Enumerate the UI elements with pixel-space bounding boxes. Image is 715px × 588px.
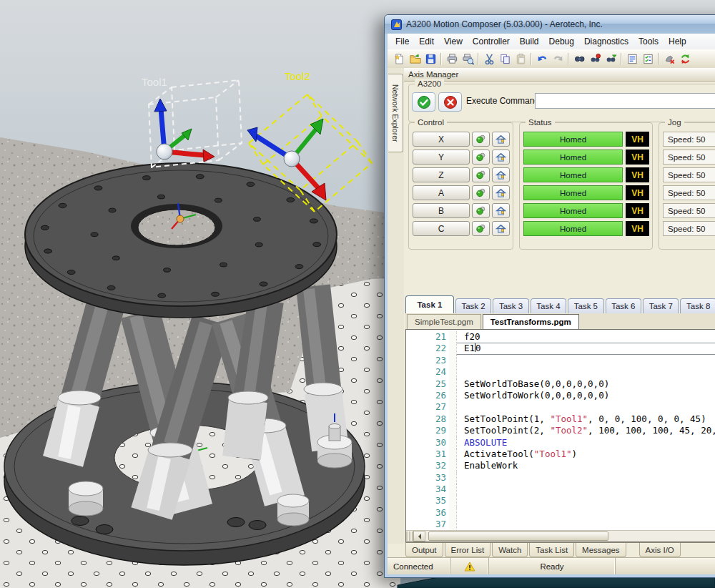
bottom-tab-messages[interactable]: Messages <box>576 543 626 557</box>
home-axis-button-c[interactable] <box>492 221 510 236</box>
code-editor[interactable]: 21f2022E10232425SetWorldToBase(0,0,0,0,0… <box>405 329 715 542</box>
axis-button-x[interactable]: X <box>413 132 470 147</box>
task-tab-task-8[interactable]: Task 8 <box>680 298 715 313</box>
jog-speed-a[interactable]: Speed: 50 <box>663 185 715 200</box>
find-replace-icon[interactable] <box>587 52 603 66</box>
menu-item-help[interactable]: Help <box>664 34 691 49</box>
scrollbar-thumb[interactable] <box>428 531 608 541</box>
jog-speed-c[interactable]: Speed: 50 <box>663 221 715 236</box>
bottom-tab-task-list[interactable]: Task List <box>529 543 574 557</box>
cut-icon[interactable] <box>481 52 497 66</box>
find-symbol-icon[interactable] <box>603 52 618 66</box>
code-line[interactable]: 33 <box>406 472 715 484</box>
code-line[interactable]: 29SetToolPoint(2, "Tool2", 100, 100, 100… <box>406 425 715 436</box>
code-line[interactable]: 26SetWorldToWork(0,0,0,0,0,0) <box>406 390 715 401</box>
enable-axis-button-a[interactable] <box>472 185 490 200</box>
task-tab-task-1[interactable]: Task 1 <box>405 295 454 313</box>
home-axis-button-b[interactable] <box>492 203 510 218</box>
code-line[interactable]: 22E10 <box>406 343 715 354</box>
code-line[interactable]: 35 <box>406 495 715 506</box>
axis-button-y[interactable]: Y <box>413 150 470 165</box>
title-bar[interactable]: A3200 Motion Composer (5.03.000) - Aerot… <box>385 15 715 34</box>
axis-button-c[interactable]: C <box>413 221 470 236</box>
reset-controller-icon[interactable] <box>677 52 693 66</box>
execute-command-button[interactable] <box>412 92 435 112</box>
output-window-icon[interactable] <box>624 52 640 66</box>
code-line[interactable]: 23 <box>406 355 715 366</box>
status-row-a: HomedVH <box>523 185 649 200</box>
code-line[interactable]: 24 <box>406 366 715 378</box>
bottom-tab-axis-i-o[interactable]: Axis I/O <box>639 543 681 557</box>
bottom-tab-error-list[interactable]: Error List <box>445 543 491 557</box>
undo-icon[interactable] <box>534 52 550 66</box>
enable-axis-button-x[interactable] <box>472 132 490 147</box>
bottom-tab-watch[interactable]: Watch <box>492 543 528 557</box>
jog-speed-z[interactable]: Speed: 50 <box>663 167 715 182</box>
enable-axis-button-z[interactable] <box>472 167 490 182</box>
save-icon[interactable] <box>423 52 438 66</box>
task-list-icon[interactable] <box>640 52 656 66</box>
enable-axis-button-b[interactable] <box>472 203 490 218</box>
bottom-tab-output[interactable]: Output <box>405 543 443 557</box>
home-axis-button-y[interactable] <box>492 150 510 165</box>
code-line[interactable]: 37 <box>406 519 715 530</box>
copy-icon[interactable] <box>497 52 513 66</box>
jog-speed-b[interactable]: Speed: 50 <box>663 203 715 218</box>
menu-item-tools[interactable]: Tools <box>633 34 664 49</box>
splitter-grip[interactable] <box>406 531 413 541</box>
axis-status-b: Homed <box>523 203 623 218</box>
new-file-icon[interactable] <box>391 52 407 66</box>
print-icon[interactable] <box>444 52 460 66</box>
axis-button-b[interactable]: B <box>413 203 470 218</box>
code-line[interactable]: 30ABSOLUTE <box>406 437 715 449</box>
file-tab-testtransforms-pgm[interactable]: TestTransforms.pgm <box>483 314 579 329</box>
code-line[interactable]: 32EnableWork <box>406 460 715 471</box>
open-file-icon[interactable] <box>407 52 423 66</box>
code-line[interactable]: 27 <box>406 401 715 413</box>
home-axis-button-x[interactable] <box>492 132 510 147</box>
jog-speed-y[interactable]: Speed: 50 <box>663 150 715 165</box>
editor-horizontal-scrollbar[interactable] <box>406 530 715 542</box>
menu-item-diagnostics[interactable]: Diagnostics <box>579 34 633 49</box>
menu-item-controller[interactable]: Controller <box>468 34 515 49</box>
enable-axis-button-c[interactable] <box>472 221 490 236</box>
paste-icon[interactable] <box>513 52 528 66</box>
enable-axis-button-y[interactable] <box>472 150 490 165</box>
code-line[interactable]: 36 <box>406 507 715 519</box>
code-line[interactable]: 25SetWorldToBase(0,0,0,0,0,0) <box>406 378 715 390</box>
home-axis-button-z[interactable] <box>492 167 510 182</box>
redo-icon[interactable] <box>550 52 566 66</box>
find-icon[interactable] <box>571 52 587 66</box>
tool2-label: Tool2 <box>285 70 310 82</box>
status-row-z: HomedVH <box>523 167 649 182</box>
axis-button-z[interactable]: Z <box>413 167 470 182</box>
control-row-c: C <box>413 221 510 236</box>
task-tab-task-5[interactable]: Task 5 <box>568 298 603 313</box>
toolbar-separator <box>531 53 532 65</box>
menu-item-file[interactable]: File <box>390 34 414 49</box>
code-line[interactable]: 21f20 <box>406 331 715 343</box>
code-line[interactable]: 28SetToolPoint(1, "Tool1", 0, 0, 100, 0,… <box>406 413 715 425</box>
home-axis-button-a[interactable] <box>492 185 510 200</box>
gutter-strip <box>449 355 457 366</box>
code-line[interactable]: 31ActivateTool("Tool1") <box>406 449 715 460</box>
menu-item-build[interactable]: Build <box>515 34 544 49</box>
execute-command-input[interactable] <box>535 93 715 109</box>
menu-item-debug[interactable]: Debug <box>544 34 579 49</box>
task-tab-task-7[interactable]: Task 7 <box>643 298 679 313</box>
file-tab-simpletest-pgm[interactable]: SimpleTest.pgm <box>407 314 481 329</box>
task-tab-task-3[interactable]: Task 3 <box>493 298 528 313</box>
task-tab-task-2[interactable]: Task 2 <box>455 298 491 313</box>
axis-button-a[interactable]: A <box>413 185 470 200</box>
code-line[interactable]: 34 <box>406 484 715 495</box>
menu-item-edit[interactable]: Edit <box>414 34 439 49</box>
menu-item-view[interactable]: View <box>439 34 468 49</box>
abort-command-button[interactable] <box>438 92 462 112</box>
print-preview-icon[interactable] <box>460 52 475 66</box>
disconnect-icon[interactable] <box>661 52 677 66</box>
network-explorer-tab[interactable]: Network Explorer <box>388 74 403 152</box>
task-tab-task-4[interactable]: Task 4 <box>531 298 566 313</box>
jog-speed-x[interactable]: Speed: 50 <box>663 132 715 147</box>
task-tab-task-6[interactable]: Task 6 <box>606 298 641 313</box>
scroll-left-button[interactable] <box>413 531 425 542</box>
